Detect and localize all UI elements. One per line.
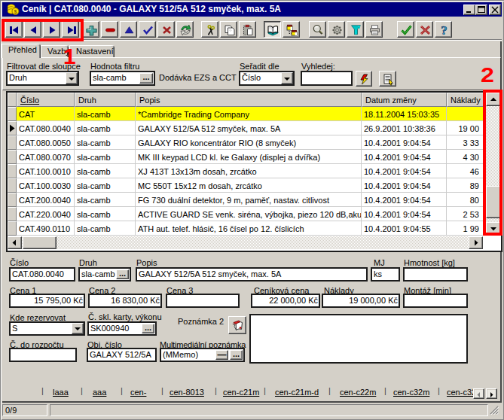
svg-text:$: $ (14, 9, 17, 15)
svg-text:?: ? (441, 23, 447, 37)
